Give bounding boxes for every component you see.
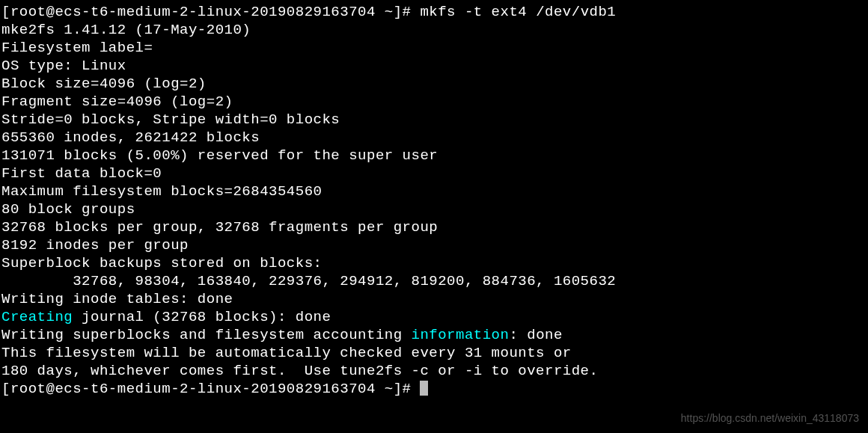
output-line: First data block=0 (1, 165, 867, 182)
highlighted-word: information (412, 327, 510, 343)
output-line: Filesystem label= (1, 39, 867, 57)
output-line: Superblock backups stored on blocks: (1, 254, 867, 272)
output-line: Stride=0 blocks, Stripe width=0 blocks (1, 111, 867, 129)
output-line: mke2fs 1.41.12 (17-May-2010) (1, 21, 867, 39)
output-line: 80 block groups (1, 200, 867, 218)
terminal-cursor[interactable] (420, 381, 428, 396)
shell-prompt[interactable]: [root@ecs-t6-medium-2-linux-201908291637… (1, 4, 412, 20)
shell-prompt[interactable]: [root@ecs-t6-medium-2-linux-201908291637… (1, 381, 412, 397)
output-line: Writing inode tables: done (1, 290, 867, 308)
output-text: journal (32768 blocks): done (73, 309, 331, 325)
output-line: OS type: Linux (1, 57, 867, 75)
output-line: 32768 blocks per group, 32768 fragments … (1, 218, 867, 236)
output-line: 131071 blocks (5.00%) reserved for the s… (1, 147, 867, 165)
output-line: Block size=4096 (log=2) (1, 75, 867, 93)
output-line: Maximum filesystem blocks=2684354560 (1, 182, 867, 200)
highlighted-word: Creating (1, 309, 73, 325)
terminal-line: [root@ecs-t6-medium-2-linux-201908291637… (1, 380, 867, 398)
watermark-text: https://blog.csdn.net/weixin_43118073 (681, 409, 859, 427)
command-text: mkfs -t ext4 /dev/vdb1 (412, 4, 617, 20)
output-line: 180 days, whichever comes first. Use tun… (1, 362, 867, 380)
output-line: 655360 inodes, 2621422 blocks (1, 129, 867, 147)
output-line: This filesystem will be automatically ch… (1, 344, 867, 362)
prompt-space (412, 381, 421, 397)
output-line: 32768, 98304, 163840, 229376, 294912, 81… (1, 272, 867, 290)
output-line: Writing superblocks and filesystem accou… (1, 326, 867, 344)
terminal-line: [root@ecs-t6-medium-2-linux-201908291637… (1, 3, 867, 21)
output-text: : done (509, 327, 562, 343)
output-line: 8192 inodes per group (1, 236, 867, 254)
output-text: Writing superblocks and filesystem accou… (1, 327, 412, 343)
output-line: Fragment size=4096 (log=2) (1, 93, 867, 111)
output-line: Creating journal (32768 blocks): done (1, 308, 867, 326)
